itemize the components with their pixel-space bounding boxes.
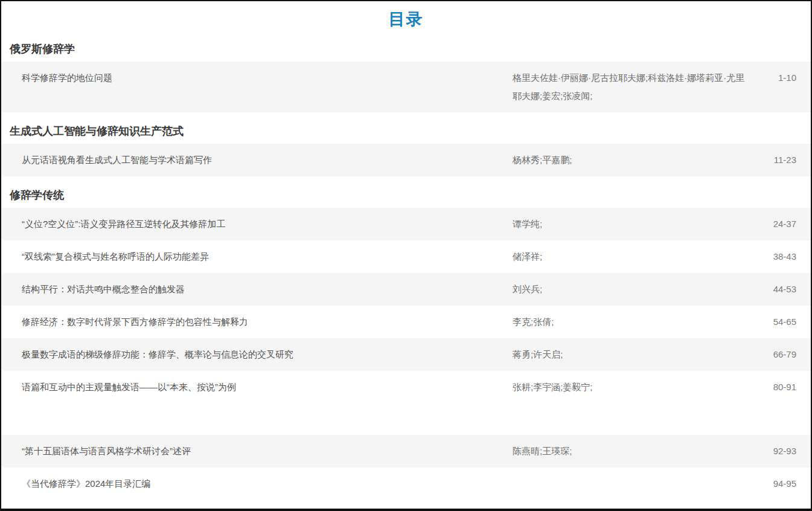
table-row: 科学修辞学的地位问题 格里夫佐娃·伊丽娜·尼古拉耶夫娜;科兹洛娃·娜塔莉亚·尤里… <box>1 62 811 112</box>
article-title-link[interactable]: 语篇和互动中的主观量触发语——以“本来、按说”为例 <box>22 378 513 396</box>
table-row: 《当代修辞学》2024年目录汇编 94-95 <box>1 468 811 500</box>
article-authors: 陈燕晴;王瑛琛; <box>513 442 748 460</box>
article-authors: 刘兴兵; <box>513 280 748 298</box>
article-page-range: 92-93 <box>748 442 796 460</box>
article-authors: 储泽祥; <box>513 248 748 266</box>
article-title-link[interactable]: 科学修辞学的地位问题 <box>22 69 513 87</box>
article-authors: 李克;张倩; <box>513 313 748 331</box>
table-row: 从元话语视角看生成式人工智能与学术语篇写作 杨林秀;平嘉鹏; 11-23 <box>1 144 811 176</box>
article-title-link[interactable]: “第十五届语体与语言风格学术研讨会”述评 <box>22 442 513 460</box>
article-page-range: 11-23 <box>748 151 796 169</box>
table-row: “第十五届语体与语言风格学术研讨会”述评 陈燕晴;王瑛琛; 92-93 <box>1 435 811 468</box>
section-heading <box>10 416 802 429</box>
article-page-range: 94-95 <box>748 475 796 493</box>
article-title-link[interactable]: 修辞经济：数字时代背景下西方修辞学的包容性与解释力 <box>22 313 513 331</box>
article-page-range: 54-65 <box>748 313 796 331</box>
article-page-range: 44-53 <box>748 280 796 298</box>
article-page-range: 38-43 <box>748 248 796 266</box>
toc-section-untitled: “第十五届语体与语言风格学术研讨会”述评 陈燕晴;王瑛琛; 92-93 《当代修… <box>1 416 811 500</box>
table-row: 语篇和互动中的主观量触发语——以“本来、按说”为例 张耕;李宇涵;姜毅宁; 80… <box>1 371 811 403</box>
toc-page: 目录 俄罗斯修辞学 科学修辞学的地位问题 格里夫佐娃·伊丽娜·尼古拉耶夫娜;科兹… <box>0 0 812 511</box>
article-authors: 格里夫佐娃·伊丽娜·尼古拉耶夫娜;科兹洛娃·娜塔莉亚·尤里耶夫娜;姜宏;张凌闻; <box>513 69 748 105</box>
article-title-link[interactable]: 极量数字成语的梯级修辞功能：修辞学、概率论与信息论的交叉研究 <box>22 345 513 364</box>
article-title-link[interactable]: 结构平行：对话共鸣中概念整合的触发器 <box>22 280 513 298</box>
article-authors: 蒋勇;许天启; <box>513 345 748 364</box>
article-authors: 张耕;李宇涵;姜毅宁; <box>513 378 748 396</box>
article-page-range: 66-79 <box>748 345 796 364</box>
table-row: 结构平行：对话共鸣中概念整合的触发器 刘兴兵; 44-53 <box>1 273 811 306</box>
toc-section-rhetoric-tradition: 修辞学传统 “义位?空义位”:语义变异路径互逆转化及其修辞加工 谭学纯; 24-… <box>1 188 811 403</box>
section-heading: 修辞学传统 <box>10 188 802 202</box>
article-title-link[interactable]: 从元话语视角看生成式人工智能与学术语篇写作 <box>22 151 513 169</box>
table-row: 极量数字成语的梯级修辞功能：修辞学、概率论与信息论的交叉研究 蒋勇;许天启; 6… <box>1 338 811 371</box>
toc-section-generative-ai: 生成式人工智能与修辞知识生产范式 从元话语视角看生成式人工智能与学术语篇写作 杨… <box>1 124 811 176</box>
table-row: “义位?空义位”:语义变异路径互逆转化及其修辞加工 谭学纯; 24-37 <box>1 208 811 240</box>
section-heading: 俄罗斯修辞学 <box>10 42 802 56</box>
toc-section-russian-rhetoric: 俄罗斯修辞学 科学修辞学的地位问题 格里夫佐娃·伊丽娜·尼古拉耶夫娜;科兹洛娃·… <box>1 42 811 112</box>
article-page-range: 1-10 <box>748 69 796 87</box>
section-heading: 生成式人工智能与修辞知识生产范式 <box>10 124 802 138</box>
article-authors: 杨林秀;平嘉鹏; <box>513 151 748 169</box>
article-page-range: 80-91 <box>748 378 796 396</box>
article-title-link[interactable]: 《当代修辞学》2024年目录汇编 <box>22 475 513 493</box>
table-row: “双线索”复合模式与姓名称呼语的人际功能差异 储泽祥; 38-43 <box>1 240 811 273</box>
page-title: 目录 <box>1 8 811 30</box>
article-page-range: 24-37 <box>748 215 796 233</box>
article-title-link[interactable]: “双线索”复合模式与姓名称呼语的人际功能差异 <box>22 248 513 266</box>
article-authors: 谭学纯; <box>513 215 748 233</box>
article-title-link[interactable]: “义位?空义位”:语义变异路径互逆转化及其修辞加工 <box>22 215 513 233</box>
table-row: 修辞经济：数字时代背景下西方修辞学的包容性与解释力 李克;张倩; 54-65 <box>1 306 811 338</box>
